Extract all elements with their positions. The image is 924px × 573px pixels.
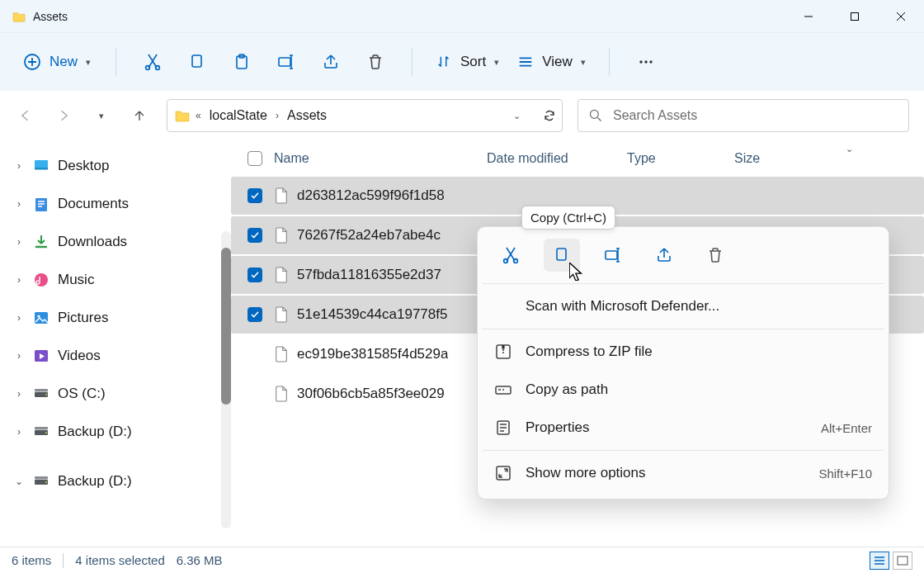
- thumbnails-view-button[interactable]: [893, 552, 912, 570]
- share-icon: [322, 53, 340, 71]
- separator: [483, 283, 884, 284]
- separator: [63, 553, 64, 568]
- search-input[interactable]: [613, 108, 898, 123]
- cut-button[interactable]: [133, 45, 172, 78]
- column-size[interactable]: Size: [734, 151, 800, 166]
- sidebar-item-os-c-[interactable]: › OS (C:): [0, 375, 231, 413]
- forward-button[interactable]: [48, 100, 79, 131]
- recent-button[interactable]: ▾: [86, 100, 117, 131]
- documents-icon: [33, 196, 50, 212]
- title-bar: Assets: [0, 0, 924, 33]
- rename-button[interactable]: [266, 45, 306, 78]
- ctx-item-label: Properties: [526, 419, 589, 436]
- details-view-button[interactable]: [870, 552, 889, 570]
- sidebar-item-label: Downloads: [58, 234, 127, 250]
- svg-rect-26: [35, 389, 48, 392]
- sidebar-item-desktop[interactable]: › Desktop: [0, 147, 231, 185]
- sidebar-item-backup-d-[interactable]: › Backup (D:): [0, 413, 231, 451]
- minimize-button[interactable]: [785, 0, 832, 33]
- maximize-button[interactable]: [832, 0, 878, 33]
- drive-icon: [33, 473, 50, 490]
- tooltip: Copy (Ctrl+C): [521, 206, 615, 230]
- row-checkbox[interactable]: [248, 268, 262, 282]
- row-checkbox[interactable]: [248, 307, 262, 322]
- file-name: 51e14539c44ca19778f5: [297, 306, 447, 323]
- up-button[interactable]: [124, 100, 155, 131]
- file-icon: [274, 345, 289, 363]
- file-name: 57fbda11816355e2d37: [297, 267, 441, 283]
- file-icon: [274, 266, 289, 284]
- copy-icon: [553, 246, 571, 264]
- breadcrumb-current[interactable]: Assets: [284, 107, 330, 125]
- ctx-item-scan-with-microsoft-defender[interactable]: Scan with Microsoft Defender...: [483, 287, 884, 325]
- chevron-icon: ›: [13, 388, 25, 400]
- ctx-item-properties[interactable]: PropertiesAlt+Enter: [483, 409, 884, 447]
- chevron-down-icon: ▾: [86, 57, 91, 68]
- ctx-share-button[interactable]: [646, 239, 682, 272]
- search-box[interactable]: [578, 99, 909, 132]
- search-icon: [588, 108, 603, 123]
- select-all-checkbox[interactable]: [248, 151, 262, 166]
- chevron-down-icon: ▾: [581, 57, 586, 68]
- new-label: New: [50, 54, 78, 70]
- more-button[interactable]: [626, 45, 666, 78]
- ctx-rename-button[interactable]: [595, 239, 631, 272]
- context-menu: Scan with Microsoft Defender...Compress …: [477, 226, 889, 500]
- ctx-delete-button[interactable]: [697, 239, 733, 272]
- close-button[interactable]: [878, 0, 924, 33]
- ctx-item-compress-to-zip-file[interactable]: Compress to ZIP file: [483, 333, 884, 371]
- back-button[interactable]: [10, 100, 41, 131]
- zip-icon: [494, 343, 512, 361]
- ctx-item-copy-as-path[interactable]: Copy as path: [483, 371, 884, 409]
- drive-icon: [33, 386, 50, 402]
- rename-icon: [277, 53, 295, 71]
- column-name[interactable]: Name: [274, 151, 487, 166]
- sidebar-item-label: Music: [58, 272, 94, 288]
- row-checkbox[interactable]: [248, 188, 262, 203]
- sidebar-item-pictures[interactable]: › Pictures: [0, 299, 231, 337]
- sidebar-item-videos[interactable]: › Videos: [0, 337, 231, 375]
- address-bar[interactable]: « localState › Assets ⌄: [167, 99, 563, 132]
- mouse-cursor: [569, 263, 584, 281]
- svg-rect-32: [35, 476, 48, 480]
- sidebar-item-label: Videos: [58, 348, 101, 364]
- share-button[interactable]: [311, 45, 351, 78]
- svg-rect-29: [35, 427, 48, 430]
- navigation-pane: › Desktop› Documents› Downloads› Music› …: [0, 140, 231, 547]
- file-name: d263812ac599f96f1d58: [297, 187, 445, 204]
- sort-icon: [436, 54, 452, 70]
- ctx-item-show-more-options[interactable]: Show more optionsShift+F10: [483, 454, 884, 492]
- svg-rect-19: [35, 198, 47, 211]
- sidebar-item-downloads[interactable]: › Downloads: [0, 223, 231, 261]
- breadcrumb-parent[interactable]: localState: [206, 107, 271, 125]
- new-button[interactable]: New ▾: [15, 48, 99, 76]
- properties-icon: [494, 419, 512, 437]
- videos-icon: [33, 348, 50, 364]
- sidebar-item-label: Pictures: [58, 310, 108, 326]
- file-icon: [274, 305, 289, 324]
- file-name: 30f06b6cb5a85f3ee029: [297, 386, 445, 402]
- paste-button[interactable]: [222, 45, 262, 78]
- delete-button[interactable]: [356, 45, 395, 78]
- path-icon: [494, 381, 512, 399]
- view-button[interactable]: View ▾: [511, 50, 592, 73]
- sidebar-item-documents[interactable]: › Documents: [0, 185, 231, 223]
- scrollbar-thumb[interactable]: [221, 248, 231, 405]
- column-date[interactable]: Date modified: [487, 151, 627, 166]
- history-dropdown[interactable]: ⌄: [513, 111, 521, 121]
- sort-button[interactable]: Sort ▾: [429, 50, 506, 73]
- ctx-item-label: Copy as path: [526, 381, 608, 398]
- chevron-icon: ›: [13, 312, 25, 324]
- ctx-item-label: Scan with Microsoft Defender...: [526, 298, 719, 315]
- sidebar-item-music[interactable]: › Music: [0, 261, 231, 299]
- column-type[interactable]: Type: [627, 151, 734, 166]
- refresh-button[interactable]: [542, 108, 557, 123]
- svg-point-28: [45, 432, 47, 433]
- separator: [116, 48, 116, 76]
- sidebar-item-label: Documents: [58, 196, 129, 212]
- sidebar-item-backup-d-[interactable]: ⌄ Backup (D:): [0, 462, 231, 500]
- row-checkbox[interactable]: [248, 228, 262, 243]
- column-headers[interactable]: Name Date modified Type Size ⌄: [231, 140, 924, 177]
- ctx-cut-button[interactable]: [493, 239, 529, 272]
- copy-button[interactable]: [177, 45, 217, 78]
